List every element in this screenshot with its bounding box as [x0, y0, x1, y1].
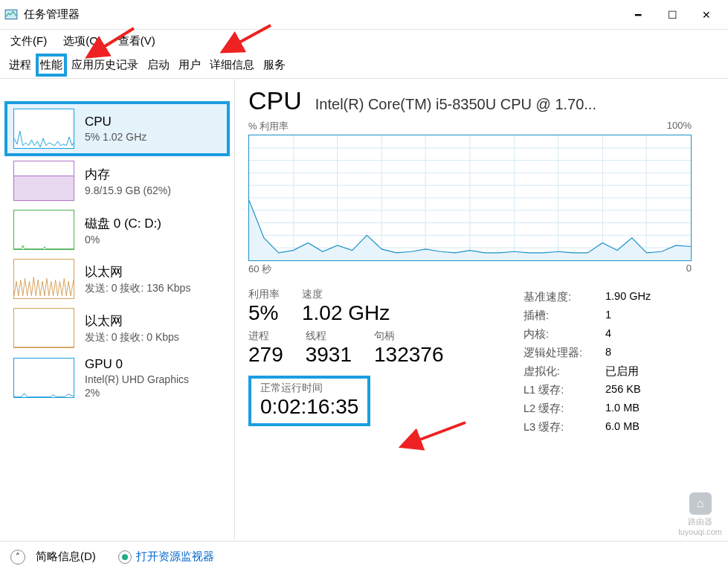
brief-info-link[interactable]: 简略信息(D)	[36, 550, 96, 564]
lproc-value: 8	[605, 346, 611, 360]
minimize-button[interactable]: ━	[621, 0, 655, 30]
tabbar: 进程 性能 应用历史记录 启动 用户 详细信息 服务	[0, 52, 728, 79]
watermark-url: luyouqi.com	[678, 527, 722, 536]
thread-label: 线程	[306, 330, 352, 343]
main-area: CPU 5% 1.02 GHz 内存 9.8/15.9 GB (62%) 磁盘 …	[0, 79, 728, 540]
tab-users[interactable]: 用户	[174, 54, 205, 77]
sidebar-mem-title: 内存	[85, 166, 171, 183]
sidebar-disk-title: 磁盘 0 (C: D:)	[85, 215, 161, 232]
l2-value: 1.0 MB	[605, 402, 640, 416]
collapse-icon[interactable]: ˄	[10, 550, 25, 565]
maximize-button[interactable]: ☐	[655, 0, 689, 30]
proc-label: 进程	[248, 330, 283, 343]
tab-processes[interactable]: 进程	[4, 54, 36, 77]
sidebar-card-ethernet-1[interactable]: 以太网 发送: 0 接收: 136 Kbps	[0, 254, 234, 303]
l1-value: 256 KB	[605, 383, 641, 397]
chart-xright: 0	[686, 263, 692, 276]
tab-startup[interactable]: 启动	[143, 54, 174, 77]
tab-services[interactable]: 服务	[259, 54, 290, 77]
sidebar: CPU 5% 1.02 GHz 内存 9.8/15.9 GB (62%) 磁盘 …	[0, 79, 235, 540]
footer: ˄ 简略信息(D) 打开资源监视器	[0, 541, 728, 572]
app-icon	[4, 8, 18, 22]
cpu-usage-chart	[248, 135, 692, 261]
l1-label: L1 缓存:	[524, 383, 605, 397]
sidebar-cpu-sub: 5% 1.02 GHz	[85, 131, 146, 143]
cpu-thumb-icon	[13, 109, 74, 149]
menu-view[interactable]: 查看(V)	[115, 33, 158, 50]
sidebar-card-cpu[interactable]: CPU 5% 1.02 GHz	[4, 101, 230, 156]
sidebar-eth1-sub: 发送: 0 接收: 136 Kbps	[85, 282, 190, 295]
sidebar-gpu-sub2: 2%	[85, 387, 189, 399]
handle-label: 句柄	[374, 330, 443, 343]
sidebar-card-disk[interactable]: 磁盘 0 (C: D:) 0%	[0, 205, 234, 254]
virt-label: 虚拟化:	[524, 364, 605, 379]
svg-rect-3	[14, 176, 74, 201]
sidebar-eth1-title: 以太网	[85, 263, 190, 280]
base-value: 1.90 GHz	[605, 290, 651, 304]
chart-ylabel: % 利用率	[248, 120, 289, 133]
sidebar-gpu-sub1: Intel(R) UHD Graphics	[85, 373, 189, 385]
ethernet-thumb-icon	[13, 308, 74, 348]
sidebar-card-gpu[interactable]: GPU 0 Intel(R) UHD Graphics 2%	[0, 353, 234, 403]
menu-options[interactable]: 选项(O)	[60, 33, 105, 50]
chart-xleft: 60 秒	[248, 263, 271, 276]
memory-thumb-icon	[13, 161, 74, 201]
sockets-label: 插槽:	[524, 309, 605, 323]
monitor-icon	[118, 550, 132, 564]
speed-value: 1.02 GHz	[302, 301, 390, 325]
detail-heading: CPU	[248, 86, 302, 115]
ethernet-thumb-icon	[13, 259, 74, 299]
handle-value: 132376	[374, 343, 443, 367]
sidebar-mem-sub: 9.8/15.9 GB (62%)	[85, 184, 171, 196]
uptime-label: 正常运行时间	[260, 382, 358, 395]
uptime-value: 0:02:16:35	[260, 395, 358, 419]
watermark: ⌂ 路由器 luyouqi.com	[678, 492, 722, 536]
cpu-model: Intel(R) Core(TM) i5-8350U CPU @ 1.70...	[315, 96, 596, 113]
lproc-label: 逻辑处理器:	[524, 346, 605, 360]
tab-apphistory[interactable]: 应用历史记录	[67, 54, 143, 77]
sidebar-card-memory[interactable]: 内存 9.8/15.9 GB (62%)	[0, 156, 234, 205]
sidebar-cpu-title: CPU	[85, 115, 146, 129]
menubar: 文件(F) 选项(O) 查看(V)	[0, 30, 728, 52]
close-button[interactable]: ✕	[689, 0, 724, 30]
sidebar-disk-sub: 0%	[85, 234, 161, 245]
base-label: 基准速度:	[524, 290, 605, 304]
sidebar-gpu-title: GPU 0	[85, 357, 189, 372]
disk-thumb-icon	[13, 210, 74, 250]
cores-value: 4	[605, 327, 611, 341]
proc-value: 279	[248, 343, 283, 367]
sockets-value: 1	[605, 309, 611, 323]
util-label: 利用率	[248, 288, 280, 301]
watermark-label: 路由器	[688, 516, 712, 527]
window-title: 任务管理器	[24, 7, 80, 22]
virt-value: 已启用	[605, 364, 639, 379]
sidebar-eth2-sub: 发送: 0 接收: 0 Kbps	[85, 331, 179, 344]
chart-ymax: 100%	[667, 120, 692, 133]
detail-pane: CPU Intel(R) Core(TM) i5-8350U CPU @ 1.7…	[235, 79, 728, 540]
titlebar: 任务管理器 ━ ☐ ✕	[0, 0, 728, 30]
monitor-label: 打开资源监视器	[136, 550, 214, 564]
l3-label: L3 缓存:	[524, 420, 605, 434]
menu-file[interactable]: 文件(F)	[7, 33, 50, 50]
gpu-thumb-icon	[13, 358, 74, 398]
thread-value: 3931	[306, 343, 352, 367]
uptime-box: 正常运行时间 0:02:16:35	[248, 376, 370, 426]
speed-label: 速度	[302, 288, 390, 301]
util-value: 5%	[248, 301, 280, 325]
l3-value: 6.0 MB	[605, 420, 640, 434]
open-resource-monitor-link[interactable]: 打开资源监视器	[118, 550, 214, 564]
tab-details[interactable]: 详细信息	[205, 54, 259, 77]
sidebar-card-ethernet-2[interactable]: 以太网 发送: 0 接收: 0 Kbps	[0, 303, 234, 353]
watermark-icon: ⌂	[689, 492, 712, 515]
cores-label: 内核:	[524, 327, 605, 341]
l2-label: L2 缓存:	[524, 402, 605, 416]
spec-table: 基准速度:1.90 GHz 插槽:1 内核:4 逻辑处理器:8 虚拟化:已启用 …	[524, 288, 695, 437]
tab-performance[interactable]: 性能	[36, 54, 67, 77]
sidebar-eth2-title: 以太网	[85, 312, 179, 330]
